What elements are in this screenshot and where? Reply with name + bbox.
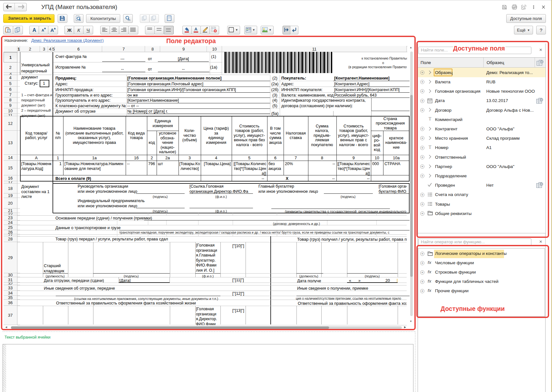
- svg-text:R: R: [249, 28, 250, 30]
- svg-text:A: A: [194, 27, 198, 32]
